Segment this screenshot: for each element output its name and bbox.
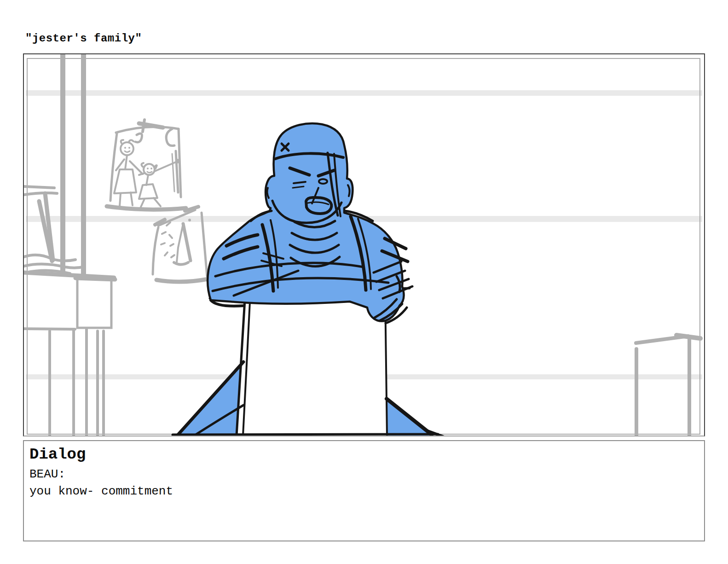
storyboard-frame xyxy=(23,53,705,436)
storyboard-page: "jester's family" xyxy=(0,0,728,564)
scene-title: "jester's family" xyxy=(25,32,142,45)
side-table-sketch xyxy=(636,335,700,435)
storyboard-sketch xyxy=(24,54,704,436)
dialog-box: Dialog BEAU: you know- commitment xyxy=(23,440,705,541)
dialog-text: you know- commitment xyxy=(29,483,704,500)
character-beau xyxy=(208,123,412,323)
dialog-heading: Dialog xyxy=(29,446,704,463)
dialog-speaker: BEAU: xyxy=(29,466,704,483)
desk-computer-sketch xyxy=(24,186,115,435)
wall-poles xyxy=(60,54,86,277)
wall-drawing-family xyxy=(107,120,186,209)
